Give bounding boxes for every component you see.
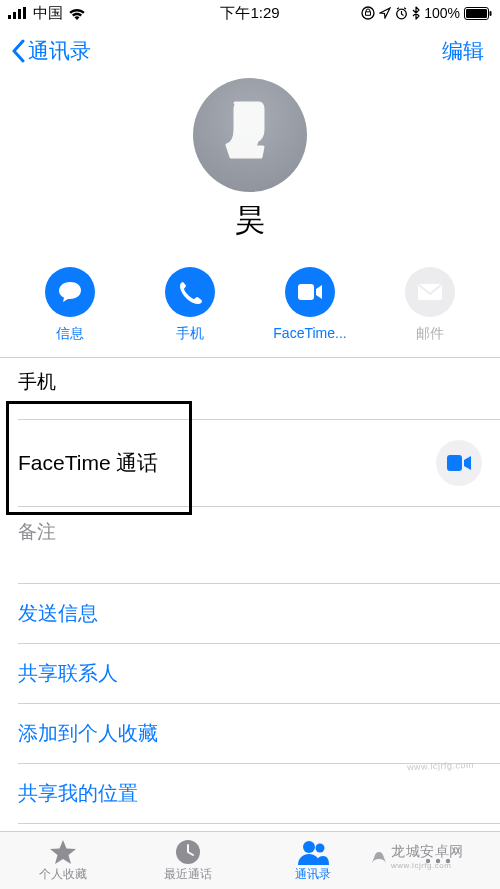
svg-rect-1 — [13, 12, 16, 19]
facetime-label: FaceTime... — [273, 325, 346, 341]
message-icon — [57, 279, 83, 305]
facetime-row[interactable]: FaceTime 通话 — [18, 420, 500, 507]
battery-label: 100% — [424, 5, 460, 21]
wifi-icon — [68, 7, 86, 20]
rotation-lock-icon — [361, 6, 375, 20]
status-bar: 中国 下午1:29 100% — [0, 0, 500, 26]
svg-rect-2 — [18, 9, 21, 19]
svg-point-15 — [425, 858, 429, 862]
clock-label: 下午1:29 — [220, 4, 279, 23]
battery-icon — [464, 7, 492, 20]
avatar[interactable] — [193, 78, 307, 192]
dots-icon — [423, 856, 453, 866]
tab-recents[interactable]: 最近通话 — [125, 832, 250, 889]
contacts-icon — [297, 839, 329, 865]
tab-label: 最近通话 — [164, 866, 212, 883]
facetime-video-button[interactable] — [436, 440, 482, 486]
location-icon — [379, 7, 391, 19]
svg-point-17 — [445, 858, 449, 862]
phone-button[interactable]: 手机 — [140, 267, 240, 343]
send-message-link[interactable]: 发送信息 — [18, 584, 500, 644]
svg-point-13 — [303, 841, 315, 853]
video-icon — [297, 283, 323, 301]
back-label: 通讯录 — [28, 37, 91, 65]
phone-row[interactable]: 手机 — [18, 358, 500, 420]
tab-bar: 个人收藏 最近通话 通讯录 — [0, 831, 500, 889]
svg-rect-9 — [298, 284, 314, 300]
tab-label: 个人收藏 — [39, 866, 87, 883]
phone-icon — [178, 280, 202, 304]
message-label: 信息 — [56, 325, 84, 343]
edit-button[interactable]: 编辑 — [442, 37, 484, 65]
svg-rect-7 — [466, 9, 487, 18]
star-icon — [49, 839, 77, 865]
svg-rect-8 — [490, 11, 492, 16]
message-button[interactable]: 信息 — [20, 267, 120, 343]
phone-field-label: 手机 — [18, 371, 56, 392]
bluetooth-icon — [412, 6, 420, 20]
notes-label: 备注 — [18, 521, 56, 542]
notes-row[interactable]: 备注 — [18, 507, 500, 584]
svg-point-14 — [315, 843, 324, 852]
chevron-left-icon — [10, 39, 26, 63]
mail-label: 邮件 — [416, 325, 444, 343]
svg-point-16 — [435, 858, 439, 862]
tab-more[interactable] — [375, 832, 500, 889]
avatar-silhouette-icon — [219, 99, 281, 171]
back-button[interactable]: 通讯录 — [10, 37, 91, 65]
share-contact-link[interactable]: 共享联系人 — [18, 644, 500, 704]
signal-icon — [8, 7, 28, 19]
svg-rect-0 — [8, 15, 11, 19]
svg-rect-3 — [23, 7, 26, 19]
clock-icon — [175, 839, 201, 865]
carrier-label: 中国 — [33, 4, 63, 23]
facetime-button[interactable]: FaceTime... — [260, 267, 360, 343]
contact-name: 昊 — [235, 200, 265, 241]
tab-label: 通讯录 — [295, 866, 331, 883]
tab-favorites[interactable]: 个人收藏 — [0, 832, 125, 889]
share-location-link[interactable]: 共享我的位置 — [18, 764, 500, 824]
add-favorite-link[interactable]: 添加到个人收藏 — [18, 704, 500, 764]
svg-rect-11 — [447, 455, 462, 471]
video-icon — [447, 455, 471, 471]
tab-contacts[interactable]: 通讯录 — [250, 832, 375, 889]
nav-bar: 通讯录 编辑 — [0, 26, 500, 76]
contact-header: 昊 — [0, 76, 500, 241]
mail-icon — [417, 283, 443, 301]
facetime-row-label: FaceTime 通话 — [18, 449, 158, 477]
phone-label: 手机 — [176, 325, 204, 343]
alarm-icon — [395, 7, 408, 20]
action-row: 信息 手机 FaceTime... 邮件 — [0, 241, 500, 357]
mail-button[interactable]: 邮件 — [380, 267, 480, 343]
